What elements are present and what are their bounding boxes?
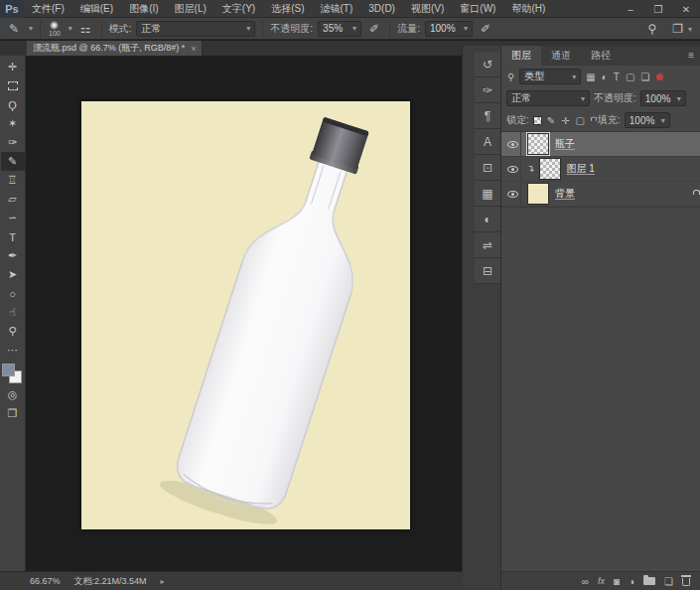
adjustment-layer-icon[interactable]: ◑ [629,576,634,587]
shape-tool[interactable]: ○ [1,284,25,303]
visibility-toggle[interactable] [505,182,521,206]
link-layers-icon[interactable]: ∞ [582,576,589,587]
quick-selection-tool[interactable]: ✶ [1,114,25,133]
filter-type-icon[interactable]: T [613,72,621,82]
quick-mask-button[interactable]: ◎ [1,385,25,404]
foreground-color-swatch[interactable] [2,364,15,376]
menu-3d[interactable]: 3D(D) [360,0,403,18]
menu-type[interactable]: 文字(Y) [214,0,263,18]
toggle-brush-panel-icon[interactable]: ⚏ [77,22,94,36]
maximize-button[interactable]: ❐ [644,0,672,18]
character-styles-panel-button[interactable]: A [475,129,500,155]
layer-row-background[interactable]: 背景 [501,182,700,207]
layer-comps-panel-button[interactable]: ▦ [475,181,500,207]
new-group-icon[interactable] [643,577,655,585]
canvas-pasteboard[interactable] [27,56,463,571]
layer-blend-mode-select[interactable]: 正常 ▾ [506,90,590,106]
menu-file[interactable]: 文件(F) [24,0,72,18]
tab-layers[interactable]: 图层 [501,46,541,66]
layer-name[interactable]: 瓶子 [555,137,575,151]
pen-tool[interactable]: ✒ [1,246,25,265]
layer-name[interactable]: 背景 [555,187,575,201]
close-button[interactable]: ✕ [672,0,700,18]
opacity-select[interactable]: 35% ▾ [318,21,361,37]
new-layer-icon[interactable]: ❏ [664,576,673,587]
eraser-tool[interactable]: ▱ [1,190,25,209]
adjustments-panel-button[interactable]: ◐ [475,207,500,232]
eyedropper-tool[interactable]: ✑ [1,133,25,152]
menu-edit[interactable]: 编辑(E) [72,0,121,18]
info-panel-button[interactable]: ⊟ [475,258,500,284]
layer-row-layer1[interactable]: ↴ 图层 1 [501,157,700,182]
filter-shape-icon[interactable]: ▢ [625,72,635,82]
airbrush-icon[interactable]: ✐ [478,22,493,36]
chevron-down-icon[interactable]: ▾ [29,24,33,33]
flow-select[interactable]: 100% ▾ [425,21,473,37]
filter-adjustment-icon[interactable]: ◐ [601,72,609,82]
search-icon[interactable]: ⚲ [644,22,659,36]
clone-stamp-tool[interactable]: ♖ [1,171,25,190]
filter-search-icon[interactable]: ⚲ [506,72,515,82]
layer-thumbnail[interactable] [539,158,561,180]
lock-pixels-icon[interactable]: ✎ [546,115,556,126]
menu-help[interactable]: 帮助(H) [503,0,553,18]
filter-smart-object-icon[interactable]: ❏ [639,72,650,82]
edit-toolbar-button[interactable]: ⋯ [1,341,25,360]
close-tab-icon[interactable]: × [191,44,196,54]
menu-view[interactable]: 视图(V) [403,0,452,18]
layer-style-icon[interactable]: fx [598,576,605,586]
path-selection-tool[interactable]: ➤ [1,265,25,284]
workspace-switcher[interactable]: ❐ ▾ [669,22,692,36]
tab-paths[interactable]: 路径 [581,46,621,66]
brush-tool[interactable]: ✎ [1,152,25,171]
layer-row-bottle[interactable]: 瓶子 [501,132,700,157]
menu-select[interactable]: 选择(S) [263,0,312,18]
canvas-document[interactable] [81,101,410,529]
pressure-opacity-icon[interactable]: ✐ [366,22,382,36]
menu-window[interactable]: 窗口(W) [452,0,503,18]
screen-mode-button[interactable]: ❐ [1,404,25,423]
lock-artboard-icon[interactable]: ▢ [575,115,586,126]
menu-layer[interactable]: 图层(L) [167,0,214,18]
panel-menu-icon[interactable]: ≡ [688,50,694,61]
clone-source-panel-button[interactable]: ⊡ [475,155,500,181]
brush-preset-picker[interactable]: 100 [49,21,61,37]
document-tab[interactable]: 漂流瓶.psd @ 66.7% (瓶子, RGB/8#) * × [27,41,203,56]
visibility-toggle[interactable] [505,132,521,156]
type-tool[interactable]: T [1,227,25,246]
zoom-level[interactable]: 66.67% [30,576,61,586]
marquee-tool[interactable] [1,76,25,95]
menu-filter[interactable]: 滤镜(T) [313,0,361,18]
filter-kind-select[interactable]: 类型 ▾ [519,69,581,84]
paragraph-panel-button[interactable]: ¶ [475,103,500,129]
filter-toggle-icon[interactable] [656,74,663,80]
clipping-mask-arrow-icon: ↴ [527,164,535,174]
layer-opacity-select[interactable]: 100% ▾ [640,90,686,106]
smudge-tool[interactable]: ∽ [1,209,25,227]
brush-tool-preset-icon[interactable]: ✎ [6,22,22,36]
status-arrow-icon[interactable]: ▸ [161,577,165,586]
lock-transparency-icon[interactable] [533,116,542,125]
properties-panel-button[interactable]: ⇌ [475,232,500,258]
lock-position-icon[interactable]: ✛ [560,115,570,126]
filter-pixel-icon[interactable]: ▦ [585,72,596,82]
layer-name[interactable]: 图层 1 [567,162,595,176]
menu-image[interactable]: 图像(I) [121,0,166,18]
hand-tool[interactable]: ☝ [1,303,25,322]
delete-layer-icon[interactable] [682,576,690,586]
minimize-button[interactable]: – [617,0,644,18]
visibility-toggle[interactable] [505,157,521,181]
zoom-tool[interactable]: ⚲ [1,322,25,341]
tab-channels[interactable]: 通道 [541,46,581,66]
move-tool[interactable]: ✛ [1,58,25,76]
layer-thumbnail[interactable] [527,133,549,155]
eyedropper-icon: ✑ [8,136,17,149]
brush-panel-button[interactable]: ✑ [475,77,500,103]
fill-select[interactable]: 100% ▾ [625,112,670,128]
history-panel-button[interactable]: ↺ [475,52,500,77]
blend-mode-select[interactable]: 正常 ▾ [136,21,255,37]
layer-mask-icon[interactable]: ◙ [614,576,620,587]
layer-thumbnail[interactable] [527,183,549,205]
lasso-tool[interactable]: Ϙ [1,95,25,114]
chevron-down-icon[interactable]: ▾ [69,24,72,33]
